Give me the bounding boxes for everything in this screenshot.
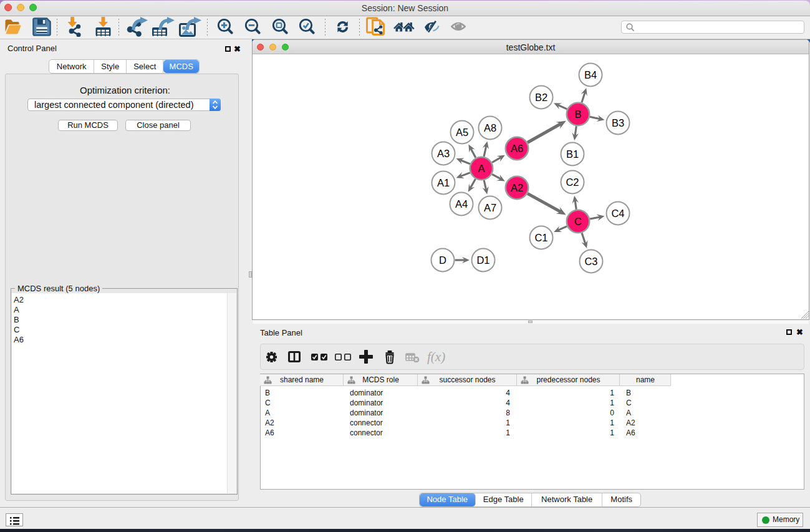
svg-text:A7: A7 bbox=[484, 202, 496, 213]
svg-text:C2: C2 bbox=[566, 177, 579, 188]
svg-text:B3: B3 bbox=[612, 117, 624, 128]
svg-text:C3: C3 bbox=[584, 256, 597, 267]
svg-text:A3: A3 bbox=[437, 148, 450, 159]
svg-text:C: C bbox=[574, 216, 582, 227]
svg-text:B1: B1 bbox=[566, 148, 579, 160]
svg-text:A6: A6 bbox=[511, 143, 523, 154]
svg-text:D: D bbox=[439, 254, 446, 266]
svg-text:B4: B4 bbox=[584, 69, 597, 80]
svg-text:C4: C4 bbox=[611, 208, 624, 219]
svg-text:B: B bbox=[574, 109, 581, 120]
svg-text:D1: D1 bbox=[476, 254, 489, 266]
svg-text:A1: A1 bbox=[437, 177, 450, 188]
svg-text:A5: A5 bbox=[456, 127, 468, 138]
svg-text:C1: C1 bbox=[534, 232, 547, 243]
svg-text:A2: A2 bbox=[511, 182, 523, 193]
svg-text:A4: A4 bbox=[455, 198, 468, 210]
svg-text:B2: B2 bbox=[535, 92, 547, 103]
svg-text:A8: A8 bbox=[484, 122, 496, 133]
svg-text:A: A bbox=[478, 163, 485, 174]
